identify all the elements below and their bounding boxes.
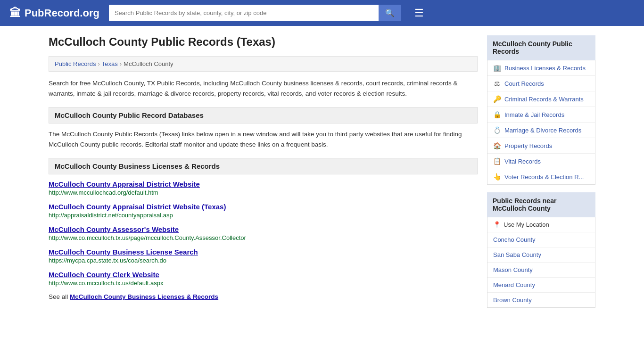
- sidebar-nearby-sansaba[interactable]: San Saba County: [487, 247, 595, 263]
- sidebar-item-vital[interactable]: 📋 Vital Records: [487, 154, 595, 169]
- site-logo[interactable]: 🏛 PubRecord.org: [9, 7, 99, 20]
- breadcrumb-link-texas[interactable]: Texas: [102, 60, 118, 67]
- key-icon: 🔑: [493, 95, 501, 103]
- sidebar-item-voter[interactable]: 👆 Voter Records & Election R...: [487, 169, 595, 184]
- intro-text: Search for free McCulloch County, TX Pub…: [49, 78, 478, 99]
- see-all-prefix: See all: [49, 293, 70, 300]
- sidebar-item-inmate[interactable]: 🔒 Inmate & Jail Records: [487, 107, 595, 123]
- record-link-url-1: http://www.mccullochcad.org/default.htm: [49, 189, 478, 196]
- sidebar-item-court[interactable]: ⚖ Court Records: [487, 76, 595, 91]
- page-title: McCulloch County Public Records (Texas): [49, 35, 478, 49]
- sidebar-item-label-business: Business Licenses & Records: [504, 65, 586, 72]
- sidebar-item-label-marriage: Marriage & Divorce Records: [504, 127, 581, 134]
- search-icon: 🔍: [385, 9, 395, 17]
- house-icon: 🏠: [493, 142, 501, 149]
- record-link-title-3[interactable]: McCulloch County Assessor's Website: [49, 225, 179, 233]
- breadcrumb-link-public-records[interactable]: Public Records: [55, 60, 96, 67]
- finger-icon: 👆: [493, 173, 501, 181]
- sidebar-nearby-mason[interactable]: Mason County: [487, 263, 595, 278]
- record-link-item: McCulloch County Assessor's Website http…: [49, 225, 478, 241]
- hamburger-icon: ☰: [414, 7, 424, 19]
- breadcrumb-sep-1: ›: [98, 60, 99, 67]
- record-link-item: McCulloch County Business License Search…: [49, 248, 478, 264]
- record-link-url-4: https://mycpa.cpa.state.tx.us/coa/search…: [49, 257, 478, 264]
- see-all-link[interactable]: McCulloch County Business Licenses & Rec…: [70, 293, 218, 300]
- record-link-url-3: http://www.co.mcculloch.tx.us/page/mccul…: [49, 234, 478, 241]
- record-link-title-2[interactable]: McCulloch County Appraisal District Webs…: [49, 203, 226, 211]
- logo-icon: 🏛: [9, 7, 21, 20]
- sidebar-item-label-criminal: Criminal Records & Warrants: [504, 96, 584, 103]
- use-location-label: Use My Location: [504, 221, 549, 228]
- sidebar-use-location[interactable]: 📍 Use My Location: [487, 217, 595, 232]
- nearby-county-label-sansaba: San Saba County: [493, 251, 541, 258]
- nearby-county-label-mason: Mason County: [493, 266, 533, 273]
- breadcrumb: Public Records › Texas › McCulloch Count…: [49, 56, 478, 72]
- sidebar: McCulloch County Public Records 🏢 Busine…: [487, 35, 595, 315]
- ring-icon: 💍: [493, 126, 501, 134]
- sidebar-nearby-concho[interactable]: Concho County: [487, 232, 595, 247]
- record-link-title-1[interactable]: McCulloch County Appraisal District Webs…: [49, 180, 200, 188]
- sidebar-public-records-list: 🏢 Business Licenses & Records ⚖ Court Re…: [487, 60, 595, 185]
- business-section-heading: McCulloch County Business Licenses & Rec…: [49, 158, 478, 174]
- record-link-item: McCulloch County Clerk Website http://ww…: [49, 271, 478, 287]
- logo-text: PubRecord.org: [25, 7, 99, 19]
- record-link-item: McCulloch County Appraisal District Webs…: [49, 203, 478, 219]
- page-container: McCulloch County Public Records (Texas) …: [39, 26, 605, 325]
- sidebar-item-label-property: Property Records: [504, 142, 552, 149]
- record-link-url-2: http://appraisaldistrict.net/countyappra…: [49, 212, 478, 219]
- search-button[interactable]: 🔍: [379, 5, 401, 21]
- databases-heading: McCulloch County Public Record Databases: [49, 107, 478, 123]
- search-bar: 🔍: [109, 5, 401, 21]
- location-pin-icon: 📍: [493, 221, 501, 228]
- record-link-title-5[interactable]: McCulloch County Clerk Website: [49, 271, 159, 279]
- scales-icon: ⚖: [493, 80, 501, 87]
- search-input[interactable]: [109, 5, 379, 21]
- lock-icon: 🔒: [493, 111, 501, 118]
- site-header: 🏛 PubRecord.org 🔍 ☰: [0, 0, 644, 26]
- see-all-text: See all McCulloch County Business Licens…: [49, 293, 478, 300]
- databases-desc: The McCulloch County Public Records (Tex…: [49, 129, 478, 149]
- nearby-county-label-menard: Menard County: [493, 281, 535, 288]
- sidebar-item-business[interactable]: 🏢 Business Licenses & Records: [487, 60, 595, 76]
- building-icon: 🏢: [493, 64, 501, 72]
- sidebar-public-records-section: McCulloch County Public Records 🏢 Busine…: [487, 35, 595, 185]
- sidebar-public-records-title: McCulloch County Public Records: [487, 35, 595, 60]
- sidebar-nearby-list: 📍 Use My Location Concho County San Saba…: [487, 217, 595, 308]
- record-link-title-4[interactable]: McCulloch County Business License Search: [49, 248, 198, 256]
- sidebar-item-marriage[interactable]: 💍 Marriage & Divorce Records: [487, 123, 595, 138]
- clipboard-icon: 📋: [493, 157, 501, 165]
- sidebar-item-label-inmate: Inmate & Jail Records: [504, 111, 564, 118]
- sidebar-nearby-title: Public Records near McCulloch County: [487, 192, 595, 217]
- breadcrumb-current: McCulloch County: [124, 60, 173, 67]
- nearby-county-label-brown: Brown County: [493, 296, 532, 304]
- sidebar-item-property[interactable]: 🏠 Property Records: [487, 138, 595, 154]
- sidebar-item-label-voter: Voter Records & Election R...: [504, 173, 584, 181]
- menu-button[interactable]: ☰: [414, 7, 424, 19]
- sidebar-nearby-section: Public Records near McCulloch County 📍 U…: [487, 192, 595, 308]
- breadcrumb-sep-2: ›: [120, 60, 122, 67]
- sidebar-item-criminal[interactable]: 🔑 Criminal Records & Warrants: [487, 91, 595, 107]
- main-content: McCulloch County Public Records (Texas) …: [49, 35, 478, 315]
- sidebar-item-label-vital: Vital Records: [504, 158, 541, 165]
- sidebar-nearby-menard[interactable]: Menard County: [487, 278, 595, 293]
- sidebar-item-label-court: Court Records: [504, 80, 544, 87]
- record-link-url-5: http://www.co.mcculloch.tx.us/default.as…: [49, 280, 478, 287]
- nearby-county-label-concho: Concho County: [493, 236, 536, 243]
- record-link-item: McCulloch County Appraisal District Webs…: [49, 180, 478, 196]
- sidebar-nearby-brown[interactable]: Brown County: [487, 293, 595, 307]
